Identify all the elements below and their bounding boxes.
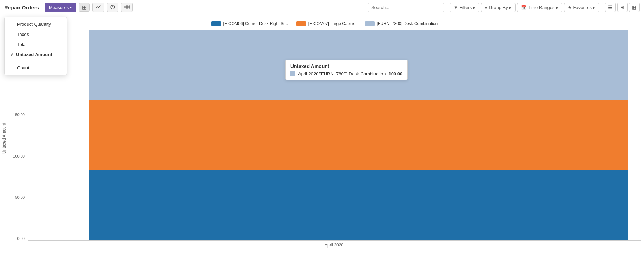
pivot-button[interactable] bbox=[121, 3, 133, 12]
y-tick-150: 150.00 bbox=[13, 113, 25, 117]
dropdown-item-count[interactable]: Count bbox=[5, 63, 67, 73]
measures-label: Measures bbox=[49, 5, 69, 10]
checkmark-icon: ✓ bbox=[10, 52, 14, 57]
svg-rect-5 bbox=[124, 7, 127, 9]
chart-legend: [E-COM06] Corner Desk Right Si... [E-COM… bbox=[8, 18, 641, 30]
dropdown-item-label: Taxes bbox=[17, 32, 29, 37]
time-ranges-label: Time Ranges bbox=[528, 5, 555, 10]
dropdown-item-taxes[interactable]: Taxes bbox=[5, 29, 67, 39]
svg-rect-3 bbox=[124, 5, 127, 7]
dropdown-item-label: Total bbox=[17, 42, 26, 47]
y-tick-0: 0.00 bbox=[17, 236, 25, 241]
line-chart-button[interactable] bbox=[92, 3, 104, 12]
filter-bar: ▼ Filters ▸ ≡ Group By ▸ 📅 Time Ranges ▸… bbox=[450, 3, 599, 12]
favorites-button[interactable]: ★ Favorites ▸ bbox=[564, 3, 599, 12]
dropdown-item-label: Untaxed Amount bbox=[16, 52, 52, 57]
dropdown-item-label: Product Quantity bbox=[17, 22, 51, 27]
measures-dropdown: Product Quantity Taxes Total ✓ Untaxed A… bbox=[4, 17, 67, 75]
bar-segment-ecom07[interactable] bbox=[89, 100, 628, 170]
bar-segment-furn7800[interactable] bbox=[89, 30, 628, 100]
measures-caret-icon: ▾ bbox=[70, 6, 72, 9]
svg-rect-4 bbox=[127, 5, 130, 7]
x-axis-label: April 2020 bbox=[8, 241, 641, 248]
filters-label: Filters bbox=[460, 5, 472, 10]
kanban-view-button[interactable]: ⊞ bbox=[617, 3, 628, 12]
dropdown-divider bbox=[5, 61, 67, 61]
legend-item-furn7800: [FURN_7800] Desk Combination bbox=[365, 21, 438, 26]
group-by-button[interactable]: ≡ Group By ▸ bbox=[481, 3, 516, 12]
pie-chart-button[interactable] bbox=[107, 3, 118, 12]
legend-item-ecom07: [E-COM07] Large Cabinet bbox=[296, 21, 357, 26]
svg-rect-6 bbox=[127, 7, 130, 9]
chart-container: Untaxed Amount [E-COM06] Corner Desk Rig… bbox=[0, 15, 644, 261]
dropdown-item-untaxed-amount[interactable]: ✓ Untaxed Amount bbox=[5, 50, 67, 60]
bar-chart-button[interactable]: ▦ bbox=[79, 3, 90, 12]
bar-segment-ecom06[interactable] bbox=[89, 170, 628, 240]
group-by-arrow-icon: ▸ bbox=[509, 5, 512, 10]
kanban-icon: ⊞ bbox=[620, 5, 624, 10]
view-switcher: ☰ ⊞ ▦ bbox=[605, 3, 640, 12]
filters-arrow-icon: ▸ bbox=[473, 5, 476, 10]
chart-view-button[interactable]: ▦ bbox=[629, 3, 640, 12]
chart-view-icon: ▦ bbox=[632, 5, 637, 10]
legend-item-ecom06: [E-COM06] Corner Desk Right Si... bbox=[211, 21, 288, 26]
legend-label-furn7800: [FURN_7800] Desk Combination bbox=[377, 21, 438, 26]
chart-bars: Untaxed Amount April 2020/[FURN_7800] De… bbox=[28, 30, 641, 241]
list-icon: ☰ bbox=[608, 5, 613, 10]
group-by-label: Group By bbox=[489, 5, 508, 10]
search-input[interactable] bbox=[368, 3, 444, 12]
dropdown-item-total[interactable]: Total bbox=[5, 39, 67, 50]
group-by-icon: ≡ bbox=[485, 5, 487, 10]
measures-button[interactable]: Measures ▾ bbox=[45, 3, 76, 12]
legend-color-furn7800 bbox=[365, 21, 375, 26]
legend-color-ecom06 bbox=[211, 21, 221, 26]
dropdown-item-label: Count bbox=[17, 65, 29, 70]
pie-chart-icon bbox=[110, 5, 115, 9]
filters-button[interactable]: ▼ Filters ▸ bbox=[450, 3, 479, 12]
y-tick-100: 100.00 bbox=[13, 154, 25, 158]
line-chart-icon bbox=[96, 5, 101, 9]
legend-label-ecom06: [E-COM06] Corner Desk Right Si... bbox=[223, 21, 288, 26]
calendar-icon: 📅 bbox=[521, 5, 526, 10]
favorites-arrow-icon: ▸ bbox=[593, 5, 596, 10]
chart-inner: [E-COM06] Corner Desk Right Si... [E-COM… bbox=[8, 15, 644, 261]
page-title: Repair Orders bbox=[4, 5, 39, 10]
list-view-button[interactable]: ☰ bbox=[605, 3, 616, 12]
time-ranges-button[interactable]: 📅 Time Ranges ▸ bbox=[517, 3, 562, 12]
legend-label-ecom07: [E-COM07] Large Cabinet bbox=[308, 21, 357, 26]
star-icon: ★ bbox=[568, 5, 572, 10]
dropdown-item-product-quantity[interactable]: Product Quantity bbox=[5, 19, 67, 29]
pivot-icon bbox=[124, 5, 130, 9]
favorites-label: Favorites bbox=[573, 5, 592, 10]
filter-icon: ▼ bbox=[454, 5, 458, 10]
time-ranges-arrow-icon: ▸ bbox=[556, 5, 559, 10]
y-tick-50: 50.00 bbox=[15, 195, 25, 199]
x-axis-label-text: April 2020 bbox=[325, 243, 343, 248]
plot-area: 250.00 200.00 150.00 100.00 50.00 0.00 bbox=[8, 30, 641, 241]
legend-color-ecom07 bbox=[296, 21, 306, 26]
toolbar: Repair Orders Measures ▾ ▦ ▼ Filters ▸ bbox=[0, 0, 644, 15]
